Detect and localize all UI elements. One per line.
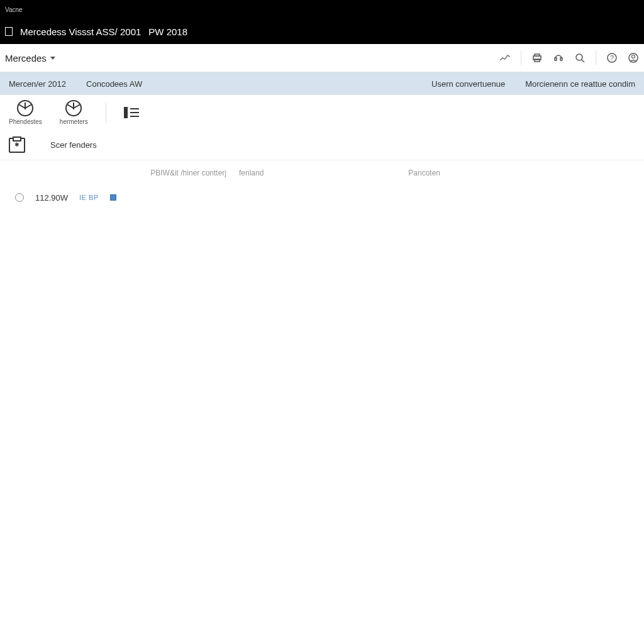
section-header: Scer fenders	[0, 130, 644, 160]
separator	[596, 51, 596, 65]
svg-rect-3	[555, 58, 557, 60]
user-icon[interactable]	[628, 52, 639, 64]
radio-button[interactable]	[15, 193, 24, 202]
column-headers: PBIW&it /hiner contterj fenland Pancoten	[0, 160, 644, 186]
brand-dropdown[interactable]: Mercedes	[5, 53, 55, 64]
mercedes-logo-icon	[65, 100, 82, 116]
separator	[106, 103, 106, 122]
separator	[521, 51, 521, 65]
svg-rect-2	[535, 59, 540, 62]
tab-concodees[interactable]: Concodees AW	[86, 79, 142, 89]
svg-rect-1	[535, 54, 540, 56]
help-icon[interactable]: ?	[606, 52, 618, 64]
search-icon[interactable]	[574, 52, 586, 64]
subnav: Mercen/er 2012 Concodees AW Usern conver…	[0, 72, 644, 95]
list-icon[interactable]	[124, 107, 139, 118]
title-part2: PW 2018	[148, 26, 187, 37]
tile-label: hermeters	[60, 118, 88, 125]
table-row[interactable]: 112.90W IE BP	[0, 186, 644, 209]
col-header-2: fenland	[239, 169, 327, 177]
headset-icon[interactable]	[553, 52, 564, 64]
col-header-3: Pancoten	[327, 169, 440, 177]
row-badge: IE BP	[79, 194, 99, 201]
icon-toolbar: Phendestes hermeters	[0, 95, 644, 130]
tile-label: Phendestes	[9, 118, 42, 125]
link-morcienenn[interactable]: Morcienenn ce reattue condim	[525, 79, 635, 89]
section-title: Scer fenders	[50, 140, 97, 150]
clipboard-icon[interactable]	[9, 138, 25, 153]
status-badge-icon	[110, 194, 116, 201]
chart-icon[interactable]	[499, 52, 511, 64]
nav-icons: ?	[499, 51, 639, 65]
subnav-right: Usern convertuenue Morcienenn ce reattue…	[431, 79, 635, 89]
title-part1: Mercedess Vissst ASS/ 2001	[20, 26, 141, 37]
navbar: Mercedes ?	[0, 44, 644, 72]
svg-rect-4	[560, 58, 562, 60]
svg-point-5	[576, 54, 582, 60]
document-icon	[5, 27, 13, 36]
svg-line-6	[582, 60, 584, 62]
link-usern[interactable]: Usern convertuenue	[431, 79, 505, 89]
svg-text:?: ?	[610, 55, 614, 62]
chevron-down-icon	[50, 57, 55, 60]
brand-label: Mercedes	[5, 53, 47, 64]
tile-phendestes[interactable]: Phendestes	[9, 100, 42, 125]
svg-point-10	[632, 55, 635, 58]
tab-mercener[interactable]: Mercen/er 2012	[9, 79, 66, 89]
topbar-label: Vacne	[5, 6, 23, 13]
tile-hermeters[interactable]: hermeters	[60, 100, 88, 125]
subnav-left: Mercen/er 2012 Concodees AW	[9, 79, 142, 89]
row-value: 112.90W	[35, 193, 68, 203]
col-header-1: PBIW&it /hiner contterj	[0, 169, 239, 177]
mercedes-logo-icon	[17, 100, 33, 116]
titlebar: Mercedess Vissst ASS/ 2001 PW 2018	[0, 19, 644, 44]
topbar: Vacne	[0, 0, 644, 19]
print-icon[interactable]	[531, 52, 543, 64]
